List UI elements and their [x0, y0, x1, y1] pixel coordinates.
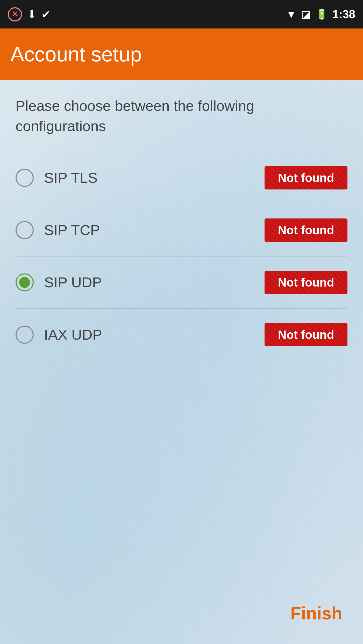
status-bar-left-icons: ✕ ⬇ ✔	[8, 7, 51, 21]
radio-sip-tls[interactable]	[16, 169, 34, 187]
option-row-sip-tcp[interactable]: SIP TCP Not found	[16, 204, 347, 257]
download-icon: ⬇	[27, 8, 36, 21]
page-title: Account setup	[10, 42, 142, 66]
main-content: Please choose between the following conf…	[0, 80, 363, 644]
app-bar: Account setup	[0, 28, 363, 80]
status-time: 1:38	[332, 8, 355, 21]
close-icon[interactable]: ✕	[8, 7, 22, 21]
status-bar: ✕ ⬇ ✔ ▼ ◪ 🔋 1:38	[0, 0, 363, 28]
status-badge-iax-udp: Not found	[265, 323, 347, 346]
wifi-icon: ▼	[286, 9, 296, 20]
radio-sip-tcp[interactable]	[16, 221, 34, 239]
status-badge-sip-tls: Not found	[265, 166, 347, 189]
option-label-sip-tls: SIP TLS	[44, 169, 254, 186]
radio-inner-sip-udp	[19, 277, 30, 288]
option-row-sip-udp[interactable]: SIP UDP Not found	[16, 257, 347, 309]
radio-iax-udp[interactable]	[16, 326, 34, 344]
battery-icon: 🔋	[316, 9, 328, 20]
option-label-sip-udp: SIP UDP	[44, 274, 254, 291]
options-list: SIP TLS Not found SIP TCP Not found SIP …	[16, 152, 347, 361]
check-icon: ✔	[41, 8, 51, 21]
radio-sip-udp[interactable]	[16, 273, 34, 291]
status-badge-sip-udp: Not found	[265, 271, 347, 294]
description-text: Please choose between the following conf…	[16, 96, 347, 136]
status-badge-sip-tcp: Not found	[265, 218, 347, 242]
option-row-iax-udp[interactable]: IAX UDP Not found	[16, 309, 347, 361]
signal-icon: ◪	[301, 8, 311, 20]
option-label-sip-tcp: SIP TCP	[44, 222, 254, 238]
option-label-iax-udp: IAX UDP	[44, 326, 254, 343]
finish-button[interactable]: Finish	[290, 603, 342, 623]
status-bar-right-icons: ▼ ◪ 🔋 1:38	[286, 8, 355, 21]
option-row-sip-tls[interactable]: SIP TLS Not found	[16, 152, 347, 204]
